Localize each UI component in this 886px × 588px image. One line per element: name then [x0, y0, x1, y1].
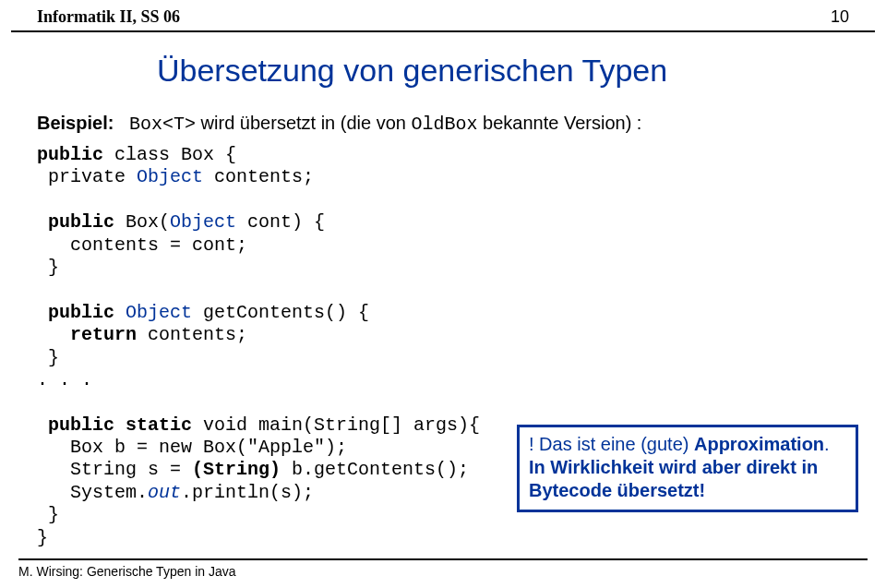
code-text: } [37, 504, 59, 525]
intro-text-2: bekannte Version) : [478, 113, 642, 133]
code-text: Box( [114, 211, 170, 233]
code-kw: public [37, 211, 114, 233]
example-intro: Beispiel: Box<T> wird übersetzt in (die … [37, 113, 849, 135]
header-page-number: 10 [831, 7, 849, 27]
code-text: cont) { [236, 211, 325, 233]
code-text: .println(s); [181, 482, 314, 503]
code-text: void main(String[] args){ [192, 414, 480, 436]
code-text: contents = cont; [37, 234, 247, 256]
code-text: } [37, 527, 48, 548]
example-label: Beispiel: [37, 113, 114, 133]
code-text: } [37, 347, 59, 368]
callout-text-1a: ! Das ist eine (gute) [529, 434, 694, 454]
code-type: Object [137, 166, 203, 187]
code-text: contents; [137, 324, 247, 345]
slide-footer: M. Wirsing: Generische Typen in Java [18, 558, 868, 579]
code-text: contents; [203, 166, 314, 187]
footer-author: M. Wirsing: [18, 564, 87, 579]
code-text: Box b = new Box("Apple"); [37, 437, 347, 458]
intro-text-1: wird übersetzt in (die von [196, 113, 411, 133]
code-type: Object [170, 211, 236, 233]
code-kw: (String) [192, 459, 281, 480]
callout-bold: Approximation [694, 434, 824, 454]
code-var: out [148, 482, 181, 503]
header-course: Informatik II, SS 06 [37, 7, 180, 27]
callout-text-2: In Wirklichkeit wird aber direkt in Byte… [529, 457, 818, 500]
code-text: String s = [37, 459, 192, 480]
code-text: private [37, 166, 137, 187]
code-kw: public static [37, 414, 192, 436]
code-text: . . . [37, 369, 92, 390]
callout-text-1c: . [824, 434, 830, 454]
intro-mono-2: OldBox [412, 114, 478, 135]
code-text: b.getContents(); [281, 459, 469, 480]
slide-header: Informatik II, SS 06 10 [11, 0, 875, 32]
intro-mono-1: Box<T> [129, 114, 196, 135]
callout-box: ! Das ist eine (gute) Approximation. In … [517, 425, 858, 512]
code-text: System. [37, 482, 148, 503]
code-type: Object [126, 302, 192, 323]
code-kw: public [37, 144, 103, 165]
footer-rest: Generische Typen in Java [87, 564, 236, 579]
code-kw: public [37, 302, 126, 323]
slide-title: Übersetzung von generischen Typen [157, 53, 886, 89]
code-text: getContents() { [192, 302, 369, 323]
code-text: } [37, 257, 59, 278]
code-text: class Box { [103, 144, 236, 165]
code-kw: return [37, 324, 137, 345]
